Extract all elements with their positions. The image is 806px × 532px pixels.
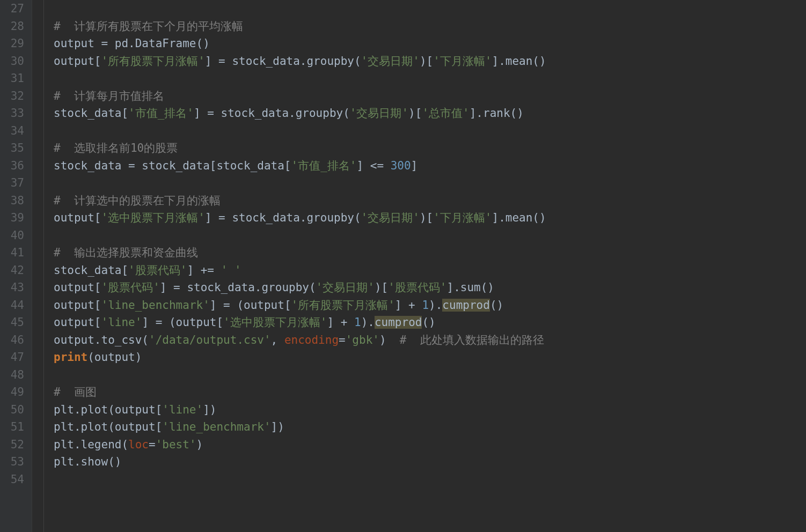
token-default: ] = stock_data.groupby(: [205, 55, 361, 68]
code-line[interactable]: plt.plot(output['line']): [54, 401, 806, 419]
token-string: '市值_排名': [291, 159, 357, 172]
code-line[interactable]: # 选取排名前10的股票: [54, 139, 806, 157]
token-string: '交易日期': [361, 55, 420, 68]
code-line[interactable]: # 计算所有股票在下个月的平均涨幅: [54, 18, 806, 35]
code-line[interactable]: [54, 366, 806, 384]
code-editor: 2728293031323334353637383940414243444546…: [0, 0, 806, 532]
token-default: plt.plot(output[: [54, 420, 162, 433]
line-number[interactable]: 36: [4, 157, 24, 175]
line-number[interactable]: 43: [4, 279, 24, 297]
token-comment: # 计算所有股票在下个月的平均涨幅: [54, 20, 243, 33]
token-string: '总市值': [422, 107, 469, 120]
code-line[interactable]: stock_data['市值_排名'] = stock_data.groupby…: [54, 105, 806, 122]
token-default: =: [149, 438, 156, 451]
code-line[interactable]: plt.show(): [54, 453, 806, 471]
token-default: )[: [420, 55, 433, 68]
line-number[interactable]: 54: [4, 471, 24, 489]
code-content[interactable]: # 计算所有股票在下个月的平均涨幅output = pd.DataFrame()…: [44, 0, 806, 532]
token-default: ): [196, 438, 203, 451]
line-number[interactable]: 27: [4, 0, 24, 18]
token-comment: # 此处填入数据输出的路径: [400, 334, 544, 346]
line-number[interactable]: 29: [4, 35, 24, 53]
code-line[interactable]: [54, 174, 806, 192]
code-line[interactable]: output['所有股票下月涨幅'] = stock_data.groupby(…: [54, 53, 806, 70]
token-highlighted: cumprod: [375, 316, 422, 329]
token-default: ].mean(): [492, 55, 546, 68]
token-comment: # 画图: [54, 386, 97, 398]
line-number[interactable]: 45: [4, 314, 24, 331]
code-line[interactable]: plt.plot(output['line_benchmark']): [54, 418, 806, 436]
gutter-divider: [32, 0, 44, 532]
code-line[interactable]: stock_data['股票代码'] += ' ': [54, 262, 806, 279]
line-number[interactable]: 32: [4, 87, 24, 105]
token-default: )[: [375, 281, 388, 294]
token-string: '/data/output.csv': [149, 334, 271, 346]
token-default: ): [379, 334, 400, 346]
code-line[interactable]: # 计算每月市值排名: [54, 87, 806, 105]
token-default: ] = stock_data.groupby(: [160, 281, 316, 294]
token-string: '下月涨幅': [433, 211, 492, 224]
token-default: ] = (output[: [210, 299, 291, 312]
code-line[interactable]: output.to_csv('/data/output.csv', encodi…: [54, 331, 806, 349]
token-default: plt.show(): [54, 455, 121, 468]
line-number[interactable]: 42: [4, 262, 24, 279]
code-line[interactable]: # 计算选中的股票在下月的涨幅: [54, 192, 806, 210]
line-number[interactable]: 28: [4, 18, 24, 35]
code-line[interactable]: [54, 471, 806, 489]
token-default: ]): [203, 403, 216, 416]
line-number[interactable]: 37: [4, 174, 24, 192]
line-number[interactable]: 41: [4, 244, 24, 262]
code-line[interactable]: output['line_benchmark'] = (output['所有股票…: [54, 297, 806, 314]
code-line[interactable]: # 输出选择股票和资金曲线: [54, 244, 806, 262]
token-kwarg: loc: [128, 438, 149, 451]
code-line[interactable]: [54, 70, 806, 87]
line-number[interactable]: 31: [4, 70, 24, 87]
line-number[interactable]: 51: [4, 418, 24, 436]
code-line[interactable]: stock_data = stock_data[stock_data['市值_排…: [54, 157, 806, 175]
token-default: ].rank(): [470, 107, 524, 120]
code-line[interactable]: # 画图: [54, 383, 806, 401]
code-line[interactable]: print(output): [54, 349, 806, 366]
token-string: '选中股票下月涨幅': [101, 211, 205, 224]
line-number[interactable]: 49: [4, 383, 24, 401]
token-kwarg: encoding: [284, 334, 339, 346]
line-number[interactable]: 39: [4, 209, 24, 227]
token-default: plt.legend(: [54, 438, 128, 451]
code-line[interactable]: output['选中股票下月涨幅'] = stock_data.groupby(…: [54, 209, 806, 227]
token-default: output[: [54, 55, 101, 68]
token-default: output[: [54, 316, 101, 329]
token-comment: # 选取排名前10的股票: [54, 142, 178, 154]
code-line[interactable]: output['line'] = (output['选中股票下月涨幅'] + 1…: [54, 314, 806, 331]
token-string: '下月涨幅': [433, 55, 492, 68]
token-string: 'line': [162, 403, 203, 416]
token-default: ] +: [327, 316, 354, 329]
token-default: ).: [429, 299, 442, 312]
code-line[interactable]: plt.legend(loc='best'): [54, 436, 806, 454]
token-default: output[: [54, 281, 101, 294]
line-number[interactable]: 44: [4, 297, 24, 314]
code-line[interactable]: [54, 0, 806, 18]
line-number[interactable]: 34: [4, 122, 24, 140]
line-number[interactable]: 46: [4, 331, 24, 349]
line-number[interactable]: 40: [4, 227, 24, 245]
line-number[interactable]: 53: [4, 453, 24, 471]
code-line[interactable]: output = pd.DataFrame(): [54, 35, 806, 53]
line-number[interactable]: 30: [4, 53, 24, 70]
code-line[interactable]: [54, 122, 806, 140]
line-number[interactable]: 52: [4, 436, 24, 454]
line-number[interactable]: 38: [4, 192, 24, 210]
token-default: (): [422, 316, 435, 329]
token-default: (output): [87, 351, 142, 364]
line-number[interactable]: 48: [4, 366, 24, 384]
token-string: '股票代码': [101, 281, 160, 294]
line-number[interactable]: 33: [4, 105, 24, 122]
line-number-gutter: 2728293031323334353637383940414243444546…: [0, 0, 32, 532]
line-number[interactable]: 47: [4, 349, 24, 366]
token-default: stock_data[: [54, 264, 128, 277]
code-line[interactable]: [54, 227, 806, 245]
line-number[interactable]: 35: [4, 139, 24, 157]
line-number[interactable]: 50: [4, 401, 24, 419]
token-string: '交易日期': [316, 281, 375, 294]
token-string: 'line_benchmark': [162, 420, 270, 433]
code-line[interactable]: output['股票代码'] = stock_data.groupby('交易日…: [54, 279, 806, 297]
